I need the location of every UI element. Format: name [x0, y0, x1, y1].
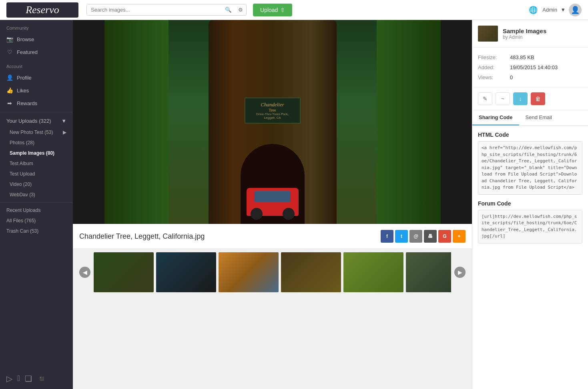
car-wheel-right — [283, 208, 295, 220]
windows-icon[interactable]: ❏ — [25, 374, 32, 383]
image-caption: Chandelier Tree, Leggett, California.jpg… — [73, 224, 472, 248]
admin-menu[interactable]: Admin ▼ 👤 — [542, 4, 582, 16]
thumbnail-strip: ◀ ▶ — [73, 248, 472, 296]
forum-code-box[interactable]: [url]http://dev.mellowfish.com/php_site_… — [478, 210, 582, 243]
meta-filesize: Filesize: 483.85 KB — [478, 52, 582, 62]
thumbnail-list — [94, 252, 451, 292]
sign-subtitle: Tree — [250, 108, 295, 112]
gmail-share[interactable]: G — [438, 230, 451, 243]
upload-label: Upload — [260, 7, 278, 13]
all-files-link[interactable]: All Files (765) — [0, 215, 73, 226]
top-right: 🌐 Admin ▼ 👤 — [529, 4, 582, 16]
uploads-chevron: ▼ — [61, 118, 66, 124]
html-code-box[interactable]: <a href="http://dev.mellowfish.com/php_s… — [478, 141, 582, 195]
featured-label: Featured — [17, 49, 38, 55]
profile-label: Profile — [17, 75, 32, 81]
car-window — [255, 191, 291, 202]
sidebar-divider-2 — [0, 202, 73, 203]
apple-icon[interactable]:  — [17, 374, 20, 383]
upload-icon: ⇧ — [280, 7, 285, 13]
tab-sharing-code[interactable]: Sharing Code — [472, 110, 519, 126]
search-icon-button[interactable]: 🔍 — [222, 4, 235, 15]
submenu-item-test-album[interactable]: Test Album — [0, 158, 73, 169]
prev-thumb-button[interactable]: ◀ — [79, 267, 90, 278]
main-content: Chandelier Tree Drive-Thru Trees Park, L… — [73, 20, 472, 389]
sidebar-divider — [0, 112, 73, 112]
submenu-item-new-photo[interactable]: New Photo Test (53) ▶ — [0, 127, 73, 138]
thumbs-up-icon: 👍 — [6, 87, 13, 94]
thumbnail-3[interactable] — [219, 252, 279, 292]
settings-icon-button[interactable]: ⚙ — [235, 4, 246, 15]
edit-button[interactable]: ✎ — [478, 92, 492, 105]
submenu-item-webdav[interactable]: WebDav (3) — [0, 190, 73, 200]
thumbnail-6[interactable] — [406, 252, 451, 292]
search-input[interactable] — [87, 4, 222, 15]
html-code-title: HTML Code — [478, 132, 582, 138]
meta-added: Added: 19/05/2015 14:40:03 — [478, 62, 582, 72]
submenu-item-test-upload[interactable]: Test Upload — [0, 169, 73, 179]
community-section-label: Community — [0, 20, 73, 33]
thumbnail-4[interactable] — [281, 252, 341, 292]
account-section-label: Account — [0, 58, 73, 71]
trash-link[interactable]: Trash Can (53) — [0, 226, 73, 236]
tree-scene: Chandelier Tree Drive-Thru Trees Park, L… — [104, 20, 441, 224]
meta-views: Views: 0 — [478, 72, 582, 82]
panel-header: Sample Images by Admin — [472, 20, 588, 48]
thumbnail-2[interactable] — [156, 252, 216, 292]
search-bar: 🔍 ⚙ — [86, 4, 247, 16]
sidebar: Community 📷 Browse ♡ Featured Account 👤 … — [0, 20, 73, 389]
filesize-label: Filesize: — [478, 54, 510, 60]
sign-text: Drive-Thru Trees Park, Leggett, CA — [250, 112, 295, 120]
admin-label: Admin — [542, 7, 557, 13]
submenu-item-video[interactable]: Video (20) — [0, 179, 73, 190]
upload-button[interactable]: Upload ⇧ — [253, 4, 292, 16]
sidebar-item-profile[interactable]: 👤 Profile — [0, 71, 73, 84]
panel-actions: ✎ ~ ↓ 🗑 — [472, 88, 588, 110]
recent-uploads-link[interactable]: Recent Uploads — [0, 205, 73, 215]
next-thumb-button[interactable]: ▶ — [454, 267, 466, 278]
sidebar-item-featured[interactable]: ♡ Featured — [0, 46, 73, 58]
car-wheel-left — [251, 208, 263, 220]
views-label: Views: — [478, 74, 510, 80]
forest-left — [104, 20, 169, 224]
language-icon[interactable]: 🌐 — [529, 6, 538, 14]
stats-button[interactable]: ~ — [496, 92, 510, 105]
filesize-value: 483.85 KB — [510, 54, 534, 60]
uploads-submenu: New Photo Test (53) ▶ Photos (28) Sample… — [0, 127, 73, 200]
camera-icon: 📷 — [6, 36, 13, 42]
print-share[interactable]: 🖶 — [424, 230, 437, 243]
panel-tabs: Sharing Code Send Email — [472, 110, 588, 126]
uploads-header[interactable]: Your Uploads (322) ▼ — [0, 115, 73, 127]
thumbnail-5[interactable] — [343, 252, 403, 292]
tab-send-email[interactable]: Send Email — [519, 110, 558, 126]
email-share[interactable]: @ — [409, 230, 422, 243]
submenu-item-photos[interactable]: Photos (28) — [0, 138, 73, 148]
logo: Reservo — [6, 2, 78, 18]
added-label: Added: — [478, 64, 510, 70]
twitter-share[interactable]: t — [395, 230, 408, 243]
sidebar-item-rewards[interactable]: ➡ Rewards — [0, 97, 73, 110]
image-viewer: Chandelier Tree Drive-Thru Trees Park, L… — [73, 20, 472, 224]
panel-header-info: Sample Images by Admin — [503, 28, 546, 40]
panel-album-thumb — [478, 26, 498, 42]
blackberry-icon[interactable]: ◾ — [37, 374, 47, 383]
sidebar-item-browse[interactable]: 📷 Browse — [0, 33, 73, 46]
android-icon[interactable]: ▷ — [6, 374, 12, 383]
sidebar-item-likes[interactable]: 👍 Likes — [0, 84, 73, 97]
main-layout: Community 📷 Browse ♡ Featured Account 👤 … — [0, 20, 588, 389]
topbar: Reservo 🔍 ⚙ Upload ⇧ 🌐 Admin ▼ 👤 — [0, 0, 588, 20]
panel-album-title: Sample Images — [503, 28, 546, 34]
delete-button[interactable]: 🗑 — [531, 92, 545, 105]
download-button[interactable]: ↓ — [513, 92, 528, 105]
panel-tab-content: HTML Code <a href="http://dev.mellowfish… — [472, 126, 588, 255]
sign-box: Chandelier Tree Drive-Thru Trees Park, L… — [245, 98, 301, 124]
panel-album-by: by Admin — [503, 34, 546, 40]
sidebar-footer: ▷  ❏ ◾ — [0, 368, 73, 389]
red-car — [247, 188, 299, 216]
likes-label: Likes — [17, 88, 29, 94]
tree-hole — [241, 144, 305, 224]
more-share[interactable]: + — [453, 230, 466, 243]
thumbnail-1[interactable] — [94, 252, 154, 292]
facebook-share[interactable]: f — [381, 230, 393, 243]
submenu-item-sample-images[interactable]: Sample Images (80) — [0, 148, 73, 158]
